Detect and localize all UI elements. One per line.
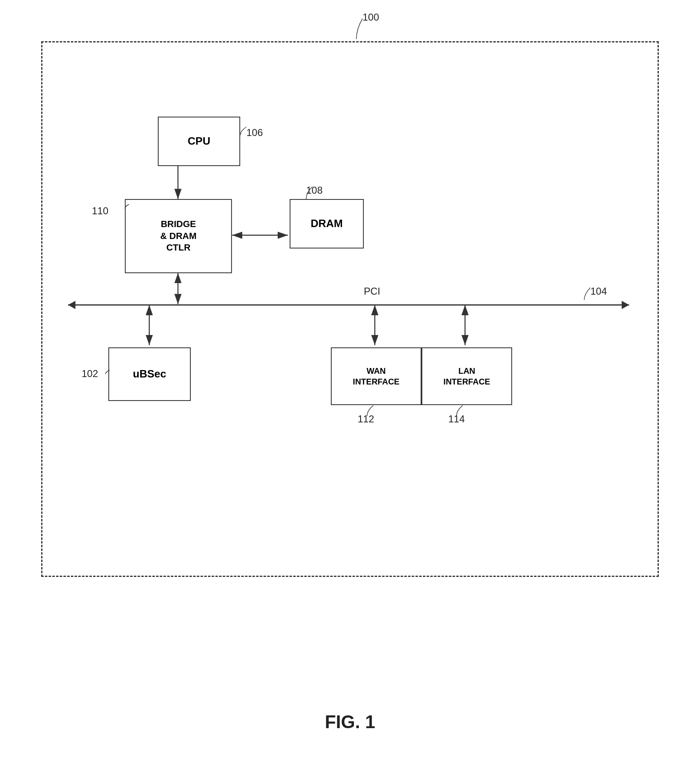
ref-106-bracket (238, 125, 251, 137)
wan-box: WANINTERFACE (331, 347, 421, 405)
ref-110: 110 (92, 205, 108, 217)
ref-108-bracket (304, 185, 314, 201)
diagram-arrows (42, 42, 658, 576)
ref-102-bracket (103, 368, 112, 376)
lan-label: LANINTERFACE (443, 366, 490, 387)
svg-marker-8 (622, 301, 629, 309)
dram-label: DRAM (311, 217, 343, 231)
ref-112-bracket (365, 404, 375, 417)
wan-label: WANINTERFACE (353, 366, 399, 387)
ref-114-bracket (454, 404, 465, 417)
cpu-label: CPU (188, 134, 211, 148)
ref-100-bracket (338, 14, 371, 43)
bridge-label: BRIDGE& DRAMCTLR (160, 218, 197, 254)
figure-label: FIG. 1 (325, 712, 375, 732)
ubsec-box: uBSec (108, 347, 191, 401)
svg-marker-7 (68, 301, 75, 309)
ref-102: 102 (82, 368, 98, 380)
ref-104-bracket (582, 286, 595, 302)
main-system-box: CPU 106 BRIDGE& DRAMCTLR 110 DRAM 108 PC… (41, 41, 659, 577)
ubsec-label: uBSec (133, 367, 166, 381)
cpu-box: CPU (158, 117, 240, 166)
pci-label: PCI (364, 286, 380, 297)
dram-box: DRAM (290, 199, 364, 248)
bridge-box: BRIDGE& DRAMCTLR (125, 199, 232, 273)
ref-110-bracket (123, 202, 131, 211)
page-container: 100 (0, 0, 700, 757)
lan-box: LANINTERFACE (421, 347, 512, 405)
